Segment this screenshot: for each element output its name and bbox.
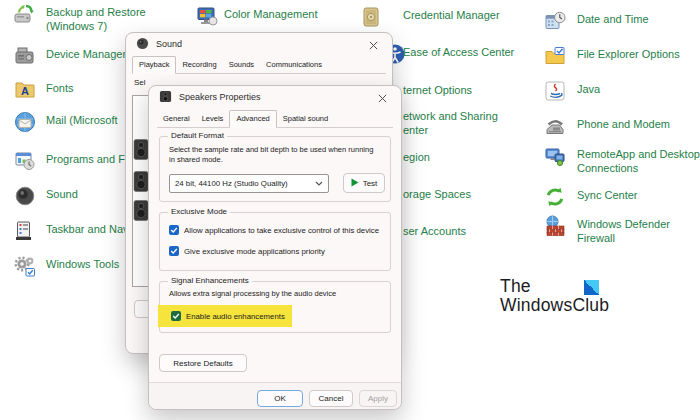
backup-restore-icon <box>14 3 36 25</box>
cp-item-programs-and-f[interactable]: Programs and F <box>46 152 125 166</box>
tab-sounds[interactable]: Sounds <box>223 57 260 73</box>
sample-rate-dropdown[interactable]: 24 bit, 44100 Hz (Studio Quality) <box>169 174 329 193</box>
checkbox-checked-icon[interactable] <box>171 311 181 321</box>
thewindowsclub-square-icon <box>584 280 599 295</box>
cp-item-ser-accounts[interactable]: ser Accounts <box>403 224 466 238</box>
checkbox-checked-icon[interactable] <box>169 225 179 235</box>
enable-audio-enhancements-row[interactable]: Enable audio enhancements <box>158 305 292 327</box>
cp-item-device-manager[interactable]: Device Manager <box>46 47 126 61</box>
cp-item-ease-of-access-center[interactable]: Ease of Access Center <box>403 45 514 59</box>
cp-item-mail-microsoft[interactable]: Mail (Microsoft <box>46 113 118 127</box>
speaker-device-icon[interactable] <box>133 200 149 225</box>
cp-item-egion[interactable]: egion <box>403 150 430 164</box>
speaker-box-icon <box>159 90 172 105</box>
thewindowsclub-logo: The WindowsClub <box>500 277 609 315</box>
speaker-device-icon[interactable] <box>133 139 149 164</box>
speaker-icon <box>136 37 149 52</box>
speaker-device-icon[interactable] <box>133 171 149 196</box>
play-icon <box>351 178 359 189</box>
cp-item-credential-manager[interactable]: Credential Manager <box>403 8 500 22</box>
cp-item-windows-defender[interactable]: Windows DefenderFirewall <box>577 217 670 245</box>
cp-item-orage-spaces[interactable]: orage Spaces <box>403 187 471 201</box>
file-explorer-icon <box>544 45 566 67</box>
tab-communications[interactable]: Communications <box>260 57 328 73</box>
device-manager-icon <box>14 45 36 67</box>
ok-button[interactable]: OK <box>257 390 303 407</box>
cancel-button[interactable]: Cancel <box>309 390 353 407</box>
chevron-down-icon <box>315 179 323 188</box>
cp-item-windows-tools[interactable]: Windows Tools <box>46 257 119 271</box>
sound-dialog-title: Sound <box>156 39 182 49</box>
phone-modem-icon <box>544 115 566 137</box>
signal-enhancements-description: Allows extra signal processing by the au… <box>169 289 384 299</box>
programs-icon <box>14 150 36 172</box>
sound-dialog-tabstrip: PlaybackRecordingSoundsCommunications <box>132 56 386 74</box>
cp-item-etwork-and-sharing[interactable]: etwork and Sharingenter <box>403 109 498 137</box>
speakers-dialog-titlebar: Speakers Properties <box>149 86 401 108</box>
exclusive-priority-label: Give exclusive mode applications priorit… <box>184 247 325 256</box>
checkbox-checked-icon[interactable] <box>169 246 179 256</box>
default-format-label: Default Format <box>168 131 227 140</box>
sound-icon <box>14 185 36 207</box>
tab-playback[interactable]: Playback <box>132 56 176 74</box>
enable-audio-enhancements-label: Enable audio enhancements <box>186 312 285 321</box>
cp-item-phone-and-modem[interactable]: Phone and Modem <box>577 117 670 131</box>
cp-item-date-and-time[interactable]: Date and Time <box>577 12 649 26</box>
tab-recording[interactable]: Recording <box>176 57 222 73</box>
tab-levels[interactable]: Levels <box>196 111 230 127</box>
speakers-dialog-tabstrip: GeneralLevelsAdvancedSpatial sound <box>157 110 393 128</box>
cp-item-sync-center[interactable]: Sync Center <box>577 188 638 202</box>
tab-advanced[interactable]: Advanced <box>229 110 276 128</box>
cp-item-remoteapp-and-desktop[interactable]: RemoteApp and DesktopConnections <box>577 147 700 175</box>
test-button[interactable]: Test <box>343 173 385 193</box>
speakers-dialog-title: Speakers Properties <box>179 92 261 102</box>
exclusive-mode-group: Exclusive Mode <box>159 212 391 271</box>
exclusive-control-label: Allow applications to take exclusive con… <box>184 226 379 235</box>
tab-spatial-sound[interactable]: Spatial sound <box>277 111 334 127</box>
close-icon[interactable] <box>368 40 379 51</box>
mail-icon <box>14 111 36 133</box>
taskbar-icon <box>14 220 36 242</box>
sample-rate-value: 24 bit, 44100 Hz (Studio Quality) <box>175 179 288 188</box>
close-icon[interactable] <box>377 93 388 104</box>
color-management-icon <box>196 5 218 27</box>
cp-item-java[interactable]: Java <box>577 82 600 96</box>
windows-tools-icon <box>14 255 36 277</box>
restore-defaults-button[interactable]: Restore Defaults <box>159 354 247 372</box>
cp-item-file-explorer-options[interactable]: File Explorer Options <box>577 47 680 61</box>
sync-center-icon <box>544 186 566 208</box>
cp-item-backup-and-restore[interactable]: Backup and Restore(Windows 7) <box>46 5 146 33</box>
svg-text:A: A <box>21 85 29 97</box>
signal-enhancements-label: Signal Enhancements <box>168 276 252 285</box>
cp-item-ternet-options[interactable]: ternet Options <box>403 83 472 97</box>
exclusive-priority-checkbox-row[interactable]: Give exclusive mode applications priorit… <box>169 246 325 256</box>
cp-item-taskbar-and-nav[interactable]: Taskbar and Nav <box>46 222 129 236</box>
java-icon <box>544 80 566 102</box>
date-time-icon <box>544 10 566 32</box>
credential-manager-icon <box>360 6 382 28</box>
cp-item-fonts[interactable]: Fonts <box>46 81 74 95</box>
playback-select-text: Sel <box>134 78 146 88</box>
sound-dialog-titlebar: Sound <box>126 33 392 55</box>
cp-item-sound[interactable]: Sound <box>46 187 78 201</box>
apply-button: Apply <box>359 390 397 407</box>
firewall-icon <box>544 215 566 237</box>
exclusive-control-checkbox-row[interactable]: Allow applications to take exclusive con… <box>169 225 379 235</box>
logo-line2: WindowsClub <box>500 296 609 315</box>
cp-item-color-management[interactable]: Color Management <box>224 7 318 21</box>
tab-general[interactable]: General <box>157 111 196 127</box>
default-format-description: Select the sample rate and bit depth to … <box>169 145 381 164</box>
remoteapp-icon <box>544 145 566 167</box>
exclusive-mode-label: Exclusive Mode <box>168 207 230 216</box>
speakers-properties-dialog: Speakers Properties GeneralLevelsAdvance… <box>148 85 402 410</box>
fonts-icon: A <box>14 79 36 101</box>
